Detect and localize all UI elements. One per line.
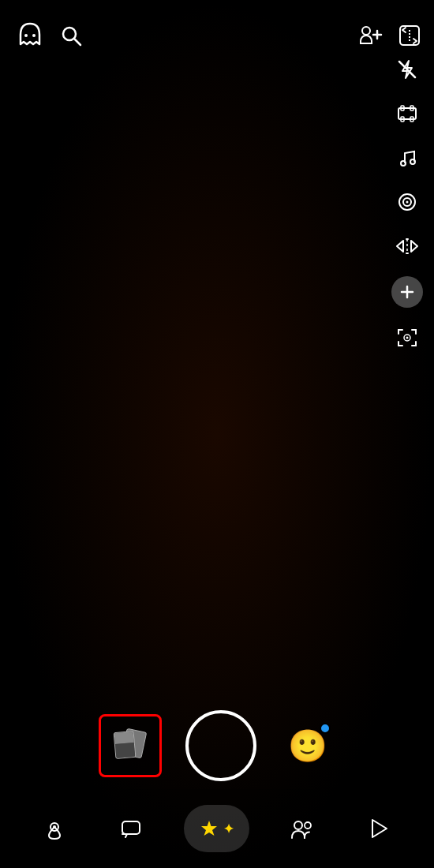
svg-point-15 — [410, 159, 415, 164]
flash-off-icon[interactable] — [393, 55, 421, 84]
svg-point-4 — [362, 27, 370, 35]
svg-point-18 — [406, 201, 409, 204]
top-bar — [0, 0, 434, 63]
svg-point-1 — [32, 34, 36, 37]
svg-point-27 — [53, 825, 56, 829]
svg-rect-28 — [122, 821, 140, 834]
map-nav-item[interactable] — [31, 805, 78, 852]
music-icon[interactable] — [393, 144, 421, 172]
search-icon[interactable] — [60, 24, 82, 52]
flip-horizontal-icon[interactable] — [393, 232, 421, 260]
ghost-logo[interactable] — [13, 19, 47, 57]
scan-icon[interactable] — [393, 324, 421, 352]
chat-nav-item[interactable] — [107, 805, 155, 852]
video-filter-icon[interactable] — [393, 99, 421, 128]
spotlight-nav-label: ✦ — [223, 821, 234, 836]
svg-point-31 — [305, 822, 311, 829]
friends-nav-item[interactable] — [279, 805, 327, 852]
plus-icon[interactable] — [391, 276, 423, 308]
svg-point-30 — [294, 821, 302, 829]
svg-point-0 — [24, 34, 28, 37]
emoji-notification-dot — [320, 723, 331, 734]
svg-point-14 — [401, 161, 406, 166]
live-icon[interactable] — [393, 188, 421, 216]
svg-point-25 — [406, 337, 409, 339]
right-sidebar — [391, 55, 423, 352]
gallery-button[interactable] — [99, 714, 162, 777]
bottom-nav: ✦ — [0, 789, 434, 868]
add-friend-icon[interactable] — [357, 24, 383, 52]
shutter-button[interactable] — [185, 710, 256, 781]
svg-point-29 — [207, 826, 211, 831]
flip-camera-icon[interactable] — [398, 24, 421, 53]
spotlight-nav-item[interactable]: ✦ — [184, 805, 249, 852]
emoji-lens-button[interactable]: 🙂 — [280, 718, 335, 773]
svg-line-3 — [74, 39, 80, 45]
bottom-controls: 🙂 — [0, 710, 434, 781]
stories-nav-item[interactable] — [356, 805, 403, 852]
